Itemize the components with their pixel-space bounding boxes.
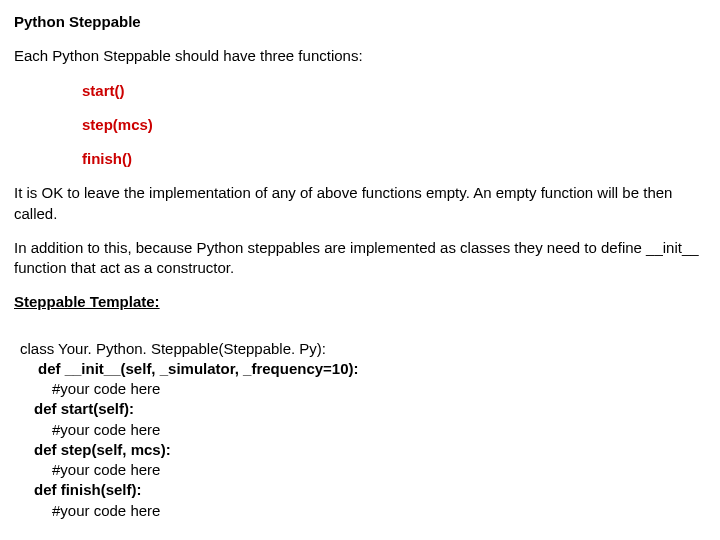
code-line: def step(self, mcs): [34, 440, 706, 460]
function-step: step(mcs) [82, 115, 706, 135]
code-line: #your code here [52, 379, 706, 399]
code-line: def finish(self): [34, 480, 706, 500]
function-finish: finish() [82, 149, 706, 169]
function-list: start() step(mcs) finish() [14, 81, 706, 170]
code-line: #your code here [52, 501, 706, 521]
paragraph-empty-ok: It is OK to leave the implementation of … [14, 183, 706, 224]
code-line: def __init__(self, _simulator, _frequenc… [38, 359, 706, 379]
code-line: def start(self): [34, 399, 706, 419]
template-heading: Steppable Template: [14, 292, 706, 312]
intro-paragraph: Each Python Steppable should have three … [14, 46, 706, 66]
code-template: class Your. Python. Steppable(Steppable.… [20, 339, 706, 521]
code-line: class Your. Python. Steppable(Steppable.… [20, 339, 706, 359]
code-line: #your code here [52, 460, 706, 480]
code-line: #your code here [52, 420, 706, 440]
function-start: start() [82, 81, 706, 101]
page-title: Python Steppable [14, 12, 706, 32]
paragraph-init: In addition to this, because Python step… [14, 238, 706, 279]
